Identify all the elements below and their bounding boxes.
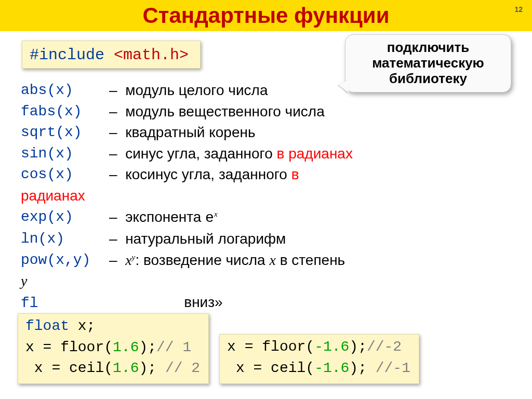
include-header: <math.h> — [114, 46, 189, 64]
codebox-right: x = floor(-1.6);//-2 x = ceil(-1.6); //-… — [219, 334, 419, 384]
fn-pow-line2: y — [21, 271, 511, 292]
fn-pow: pow(x,y)– xy: возведение числа x в степе… — [21, 250, 511, 271]
callout-text: подключить математическую библиотеку — [372, 39, 484, 86]
slide-title: Стандартные функции — [143, 3, 390, 28]
fn-fabs: fabs(x)– модуль вещественного числа — [21, 101, 511, 123]
fn-cos-line2: радианах — [21, 185, 511, 207]
include-directive: #include <math.h> — [22, 41, 201, 69]
page-number: 12 — [514, 5, 523, 14]
include-keyword: #include — [30, 46, 104, 64]
fn-floor: floor(x) – округление «вниз» — [21, 292, 511, 314]
slide-header: Стандартные функции 12 — [0, 0, 532, 31]
codebox-left: float x; x = floor(1.6);// 1 x = ceil(1.… — [18, 313, 209, 384]
slide-content: #include <math.h> подключить математичес… — [0, 31, 532, 336]
fn-exp: exp(x)– экспонента ex — [21, 207, 511, 229]
callout-bubble: подключить математическую библиотеку — [345, 34, 511, 92]
fn-sin: sin(x)– синус угла, заданного в радианах — [21, 143, 511, 165]
fn-cos: cos(x)– косинус угла, заданного в — [21, 164, 511, 185]
fn-sqrt: sqrt(x)– квадратный корень — [21, 122, 511, 143]
example-boxes: float x; x = floor(1.6);// 1 x = ceil(1.… — [18, 313, 419, 384]
fn-ln: ln(x)– натуральный логарифм — [21, 229, 511, 250]
function-list: abs(x)– модуль целого числа fabs(x)– мод… — [21, 80, 511, 336]
